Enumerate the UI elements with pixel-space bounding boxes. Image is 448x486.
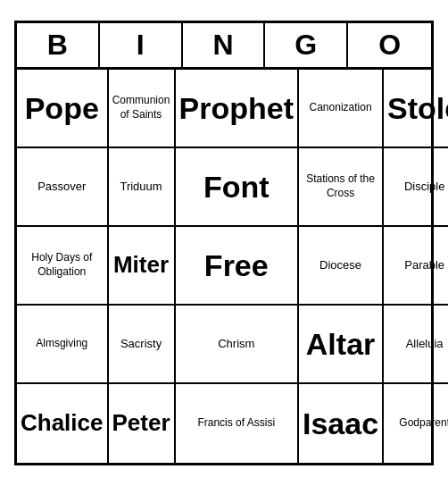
bingo-cell: Prophet [176, 70, 299, 148]
cell-label: Prophet [179, 88, 294, 128]
bingo-cell: Stations of the Cross [299, 148, 384, 227]
bingo-cell: Peter [109, 384, 176, 463]
cell-label: Isaac [303, 404, 378, 443]
cell-label: Holy Days of Obligation [21, 251, 104, 279]
bingo-cell: Font [176, 148, 299, 227]
header-letter: B [17, 23, 100, 67]
bingo-cell: Triduum [109, 148, 176, 227]
cell-label: Free [204, 246, 269, 285]
cell-label: Chalice [21, 408, 104, 439]
cell-label: Alleluia [406, 337, 444, 352]
bingo-cell: Passover [17, 148, 109, 227]
bingo-cell: Chrism [176, 306, 299, 384]
bingo-header: BINGO [17, 23, 431, 70]
bingo-cell: Holy Days of Obligation [17, 227, 109, 306]
bingo-grid: PopeCommunion of SaintsProphetCanonizati… [17, 70, 431, 463]
header-letter: G [265, 23, 348, 67]
bingo-cell: Disciple [384, 148, 448, 227]
cell-label: Almsgiving [36, 337, 87, 351]
bingo-cell: Parable [384, 227, 448, 306]
bingo-cell: Isaac [299, 384, 384, 463]
bingo-cell: Pope [17, 70, 109, 148]
cell-label: Stations of the Cross [303, 172, 378, 200]
bingo-cell: Almsgiving [17, 306, 109, 384]
cell-label: Triduum [120, 180, 162, 195]
bingo-cell: Free [176, 227, 299, 306]
cell-label: Godparent [399, 416, 448, 431]
bingo-cell: Communion of Saints [109, 70, 176, 148]
bingo-card: BINGO PopeCommunion of SaintsProphetCano… [14, 21, 434, 465]
cell-label: Miter [113, 250, 169, 281]
cell-label: Font [203, 167, 270, 206]
header-letter: N [183, 23, 266, 67]
bingo-cell: Sacristy [109, 306, 176, 384]
cell-label: Communion of Saints [112, 94, 170, 122]
bingo-cell: Godparent [384, 384, 448, 463]
cell-label: Diocese [319, 258, 361, 273]
cell-label: Peter [112, 408, 170, 439]
cell-label: Altar [306, 324, 375, 364]
cell-label: Canonization [310, 101, 372, 115]
cell-label: Stole [387, 88, 448, 128]
cell-label: Passover [37, 180, 86, 195]
bingo-cell: Altar [299, 306, 384, 384]
bingo-cell: Canonization [299, 70, 384, 148]
bingo-cell: Diocese [299, 227, 384, 306]
cell-label: Sacristy [120, 337, 162, 352]
bingo-cell: Alleluia [384, 306, 448, 384]
header-letter: I [100, 23, 183, 67]
bingo-cell: Miter [109, 227, 176, 306]
header-letter: O [348, 23, 431, 67]
cell-label: Disciple [404, 180, 445, 195]
cell-label: Parable [404, 258, 444, 273]
bingo-cell: Chalice [17, 384, 109, 463]
cell-label: Pope [25, 88, 99, 128]
cell-label: Francis of Assisi [197, 416, 275, 431]
bingo-cell: Stole [384, 70, 448, 148]
cell-label: Chrism [218, 337, 254, 352]
bingo-cell: Francis of Assisi [176, 384, 299, 463]
